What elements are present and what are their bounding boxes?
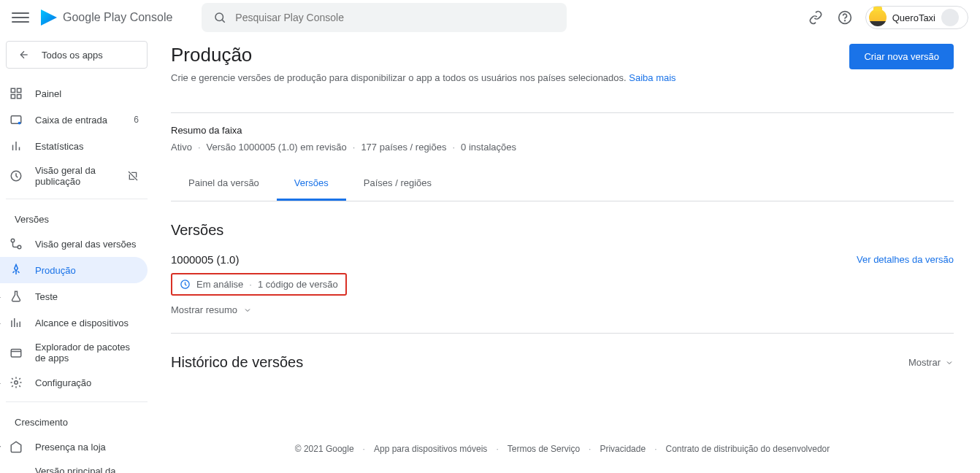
link-icon[interactable] [807,9,824,26]
search-icon [213,11,226,24]
sidebar-item-label: Estatísticas [35,141,83,152]
svg-point-10 [18,122,21,125]
summary-version: Versão 1000005 (1.0) em revisão [207,142,347,153]
sidebar-item-producao[interactable]: Produção [0,257,148,283]
chevron-down-icon [243,306,252,315]
sidebar-item-alcance[interactable]: Alcance e dispositivos [0,309,148,336]
stats-icon [9,139,23,153]
show-history-toggle[interactable]: Mostrar [908,357,954,368]
chevron-down-icon [945,358,954,367]
user-avatar-icon [941,9,959,26]
footer-privacy-link[interactable]: Privacidade [600,444,646,454]
disabled-icon [127,170,139,182]
search-box[interactable] [202,3,567,32]
page-title: Produção [171,44,676,66]
app-avatar-icon [869,9,887,26]
release-status-text: Em análise [196,279,243,290]
sidebar-item-explorador[interactable]: Explorador de pacotes de apps [0,336,148,369]
header-actions: QueroTaxi [807,6,968,29]
sidebar-item-inbox[interactable]: Caixa de entrada 6 [0,107,148,133]
version-title: 1000005 (1.0) [171,253,239,266]
account-chip[interactable]: QueroTaxi [865,6,968,29]
release-status-box: Em análise · 1 código de versão [171,273,347,296]
clock-icon [9,169,23,183]
sidebar-item-config[interactable]: Configuração [0,369,148,396]
versions-icon [9,236,23,251]
sidebar-item-label: Teste [35,291,58,302]
sidebar-item-label: Visão geral das versões [35,239,137,250]
create-release-button[interactable]: Criar nova versão [849,44,954,69]
sidebar-section-versoes: Versões [6,205,148,231]
search-input[interactable] [235,12,555,23]
inbox-badge: 6 [134,115,139,125]
svg-rect-6 [18,88,21,92]
header: Google Play Console QueroTaxi [0,0,980,35]
inbox-icon [9,112,23,127]
sidebar-item-versao-principal[interactable]: Versão principal da página "Detalhes do … [0,460,148,473]
play-logo-icon [41,9,57,26]
svg-line-1 [223,20,225,22]
devices-icon [9,315,23,330]
svg-rect-8 [18,95,21,99]
sidebar-item-label: Painel [35,88,61,99]
main-content: Produção Crie e gerencie versões de prod… [153,35,971,473]
sidebar-item-label: Caixa de entrada [35,115,107,126]
svg-point-3 [844,20,845,21]
summary-status: Ativo [171,142,192,153]
sidebar-item-teste[interactable]: Teste [0,283,148,309]
sidebar-item-painel[interactable]: Painel [0,80,148,107]
help-icon[interactable] [836,9,854,26]
release-code-text: 1 código de versão [258,279,338,290]
dashboard-icon [9,86,23,101]
show-history-label: Mostrar [908,357,941,368]
svg-rect-5 [11,88,15,92]
logo-text: Google Play Console [63,11,172,24]
gear-icon [9,375,23,390]
sidebar-item-versions-overview[interactable]: Visão geral das versões [0,231,148,257]
sidebar-item-label: Explorador de pacotes de apps [35,342,139,364]
sidebar-item-label: Presença na loja [35,442,106,453]
svg-point-15 [11,239,15,242]
account-name: QueroTaxi [892,12,935,23]
sidebar-section-crescimento: Crescimento [6,408,148,434]
sidebar-item-label: Configuração [35,377,91,388]
show-summary-toggle[interactable]: Mostrar resumo [171,304,954,315]
tab-paises[interactable]: Países / regiões [346,167,449,201]
svg-point-0 [215,13,223,21]
svg-rect-7 [11,95,15,99]
learn-more-link[interactable]: Saiba mais [629,72,675,83]
hamburger-menu-icon[interactable] [12,9,29,26]
tabs: Painel da versão Versões Países / regiõe… [171,167,954,201]
sidebar-item-pub-overview[interactable]: Visão geral da publicação [0,159,148,193]
logo[interactable]: Google Play Console [41,9,172,26]
footer-terms-link[interactable]: Termos de Serviço [508,444,580,454]
sidebar-item-stats[interactable]: Estatísticas [0,133,148,159]
all-apps-button[interactable]: Todos os apps [6,41,148,69]
store-icon [9,439,23,454]
arrow-left-icon [18,49,30,61]
summary-countries: 177 países / regiões [361,142,446,153]
view-release-details-link[interactable]: Ver detalhes da versão [857,254,954,265]
footer-mobile-link[interactable]: App para dispositivos móveis [374,444,487,454]
rocket-icon [9,263,23,277]
svg-point-22 [15,381,18,385]
svg-rect-21 [11,350,21,358]
summary-installs: 0 instalações [461,142,516,153]
sidebar-item-label: Versão principal da página "Detalhes do … [35,466,139,473]
show-summary-label: Mostrar resumo [171,304,237,315]
tab-versoes[interactable]: Versões [277,167,346,201]
sidebar-item-label: Alcance e dispositivos [35,318,129,328]
sidebar-item-label: Produção [35,265,76,276]
all-apps-label: Todos os apps [42,50,103,61]
tab-panel[interactable]: Painel da versão [171,167,277,201]
footer-copyright: © 2021 Google [295,444,354,454]
sidebar: Todos os apps Painel Caixa de entrada 6 … [0,35,153,473]
section-history-heading: Histórico de versões [171,354,303,371]
version-row: 1000005 (1.0) Ver detalhes da versão [171,253,954,266]
track-summary: Ativo · Versão 1000005 (1.0) em revisão … [171,142,954,153]
footer-dist-link[interactable]: Contrato de distribuição do desenvolvedo… [665,444,830,454]
page-subtitle: Crie e gerencie versões de produção para… [171,72,676,83]
flask-icon [9,289,23,304]
sidebar-item-presenca[interactable]: ▾ Presença na loja [0,434,148,460]
clock-icon [180,279,191,290]
